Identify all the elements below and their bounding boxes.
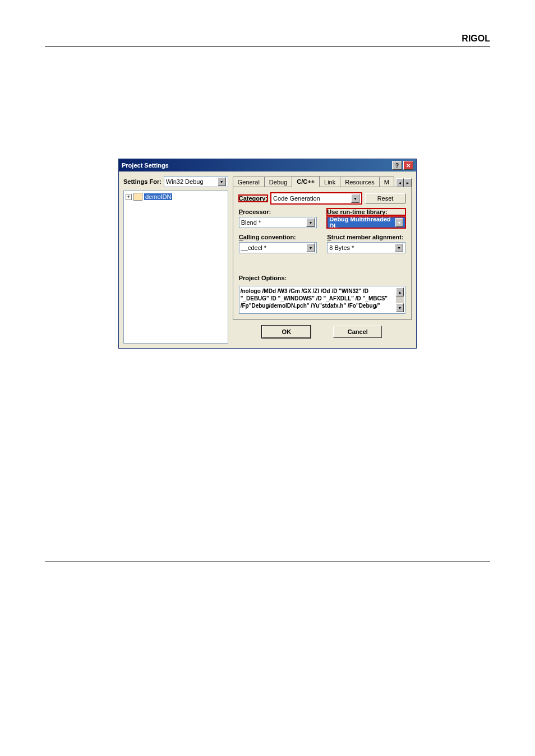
align-label: Struct member alignment: [327,234,405,240]
close-button[interactable]: ✕ [403,161,413,170]
processor-value: Blend * [241,219,261,226]
chevron-down-icon: ▼ [395,243,403,252]
settings-for-combo[interactable]: Win32 Debug ▼ [164,176,228,187]
tab-resources[interactable]: Resources [340,177,380,187]
tab-more[interactable]: M [379,177,394,187]
chevron-down-icon: ▼ [306,243,315,252]
chevron-down-icon: ▼ [306,218,315,227]
ok-button[interactable]: OK [262,326,311,338]
align-combo[interactable]: 8 Bytes * ▼ [327,242,405,253]
settings-for-label: Settings For: [123,178,162,185]
tab-scroll-left[interactable]: ◄ [396,178,404,187]
chevron-down-icon: ▼ [395,218,403,227]
scroll-track[interactable] [396,296,404,303]
project-tree[interactable]: + demoIDN [123,191,228,344]
chevron-down-icon: ▼ [351,194,359,203]
runtime-label: Use run-time library: [327,208,405,215]
project-options-box[interactable]: /nologo /MDd /W3 /Gm /GX /ZI /Od /D "WIN… [239,286,405,314]
category-label: Category: [239,195,268,202]
tab-general[interactable]: General [233,177,265,187]
category-value: Code Generation [273,195,320,202]
expand-icon[interactable]: + [126,194,132,200]
cancel-button[interactable]: Cancel [333,326,382,338]
titlebar: Project Settings ? ✕ [119,159,416,171]
reset-button[interactable]: Reset [365,193,405,203]
project-icon [133,193,142,201]
runtime-combo[interactable]: Debug Multithreaded DL ▼ [327,217,405,228]
page-footer-rule [45,562,490,562]
tree-item[interactable]: + demoIDN [126,193,226,201]
calling-label: Calling convention: [239,234,317,240]
tab-cpp[interactable]: C/C++ [292,176,320,187]
settings-for-value: Win32 Debug [166,178,204,185]
category-combo[interactable]: Code Generation ▼ [271,193,362,204]
processor-label: Processor: [239,208,317,215]
processor-combo[interactable]: Blend * ▼ [239,217,317,228]
project-options-text: /nologo /MDd /W3 /Gm /GX /ZI /Od /D "WIN… [241,287,396,312]
dialog-title: Project Settings [122,162,169,169]
project-options-label: Project Options: [239,275,405,281]
scroll-up-icon[interactable]: ▲ [396,287,404,296]
tab-scroll-right[interactable]: ► [404,178,412,187]
tab-debug[interactable]: Debug [264,177,292,187]
scrollbar[interactable]: ▲ ▼ [396,287,404,312]
tree-item-label: demoIDN [144,193,172,200]
project-settings-dialog: Project Settings ? ✕ Settings For: Win32… [118,159,417,349]
chevron-down-icon: ▼ [218,177,226,186]
align-value: 8 Bytes * [329,244,354,251]
calling-value: __cdecl * [241,244,266,251]
tab-link[interactable]: Link [319,177,340,187]
tab-strip: General Debug C/C++ Link Resources M ◄ ► [233,176,412,187]
scroll-down-icon[interactable]: ▼ [396,303,404,312]
page-brand: RIGOL [45,34,490,47]
runtime-value: Debug Multithreaded DL [329,216,395,229]
calling-combo[interactable]: __cdecl * ▼ [239,242,317,253]
help-button[interactable]: ? [392,161,402,170]
